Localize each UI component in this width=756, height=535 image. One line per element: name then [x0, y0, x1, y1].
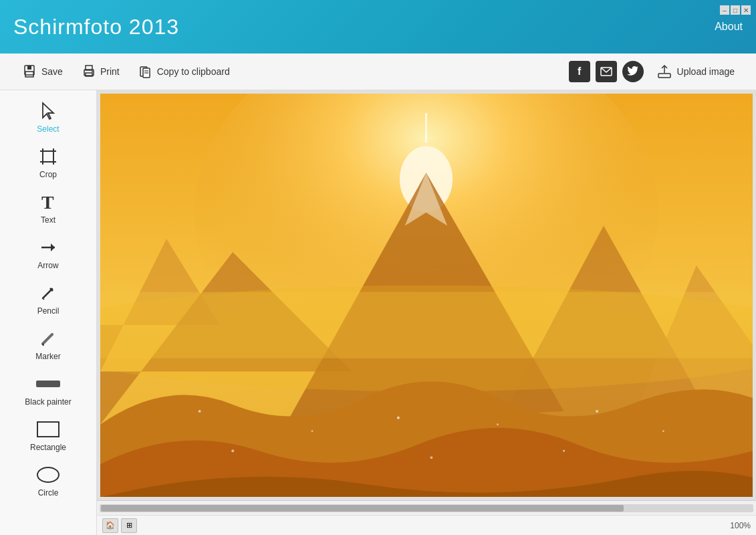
svg-point-46 [199, 410, 201, 413]
tool-circle-label: Circle [38, 488, 59, 498]
about-button[interactable]: About [715, 21, 743, 33]
tool-text[interactable]: T Text [0, 185, 96, 230]
scrollbar-thumb[interactable] [101, 505, 624, 512]
tool-arrow-label: Arrow [37, 261, 58, 270]
twitter-button[interactable] [622, 61, 644, 82]
svg-rect-31 [36, 381, 60, 387]
titlebar: – □ ✕ Schirmfoto 2013 About [0, 0, 756, 54]
svg-point-48 [397, 417, 400, 419]
circle-icon [35, 463, 61, 487]
canvas-image[interactable] [100, 94, 753, 497]
app-title: Schirmfoto 2013 [13, 15, 179, 39]
print-label: Print [100, 66, 120, 77]
svg-marker-25 [51, 243, 55, 251]
black-painter-icon [35, 372, 61, 396]
canvas-area[interactable]: 🏠 ⊞ 100% [97, 90, 756, 535]
zoom-out-button[interactable]: 🏠 [102, 518, 118, 533]
svg-point-45 [100, 286, 753, 392]
text-icon: T [35, 190, 61, 214]
svg-point-51 [662, 430, 664, 432]
svg-point-53 [430, 456, 432, 459]
upload-button[interactable]: Upload image [649, 60, 743, 83]
tool-circle[interactable]: Circle [0, 457, 96, 503]
bottom-bar: 🏠 ⊞ 100% [97, 515, 756, 535]
toolbar-right: f Upload image [569, 60, 743, 83]
tool-pencil[interactable]: Pencil [0, 276, 96, 321]
svg-point-47 [311, 430, 313, 432]
toolbar: Save Print Copy to clipboard f [0, 54, 756, 90]
tool-pencil-label: Pencil [37, 306, 59, 316]
svg-text:T: T [41, 192, 54, 213]
canvas-wrapper[interactable] [97, 90, 756, 500]
tool-black-painter[interactable]: Black painter [0, 366, 96, 412]
tool-arrow[interactable]: Arrow [0, 230, 96, 276]
zoom-out-icon: 🏠 [106, 521, 115, 530]
svg-rect-1 [27, 66, 31, 70]
svg-rect-2 [25, 72, 33, 77]
svg-rect-14 [43, 151, 53, 162]
print-button[interactable]: Print [72, 60, 129, 83]
save-icon [23, 64, 37, 79]
sidebar: Select Crop [0, 90, 97, 535]
svg-point-6 [92, 71, 93, 72]
upload-icon [657, 64, 672, 79]
close-button[interactable]: ✕ [741, 5, 751, 15]
svg-rect-5 [86, 73, 92, 76]
svg-line-26 [43, 289, 52, 298]
clipboard-icon [138, 64, 153, 79]
svg-point-49 [497, 423, 499, 425]
tool-crop[interactable]: Crop [0, 139, 96, 185]
tool-marker[interactable]: Marker [0, 321, 96, 366]
svg-rect-32 [37, 422, 59, 437]
tool-select[interactable]: Select [0, 94, 96, 139]
svg-rect-12 [658, 74, 670, 78]
rectangle-icon [35, 417, 61, 441]
svg-line-28 [43, 298, 44, 300]
svg-point-50 [596, 410, 598, 413]
marker-icon [35, 326, 61, 350]
maximize-button[interactable]: □ [731, 5, 740, 15]
email-button[interactable] [596, 61, 617, 82]
tool-black-painter-label: Black painter [25, 397, 71, 407]
select-icon [35, 99, 61, 123]
minimize-button[interactable]: – [720, 5, 729, 15]
scrollbar-area[interactable] [97, 500, 756, 515]
horizontal-scrollbar[interactable] [100, 504, 753, 512]
svg-line-30 [43, 344, 43, 346]
clipboard-label: Copy to clipboard [157, 66, 230, 77]
save-label: Save [41, 66, 63, 77]
zoom-in-button[interactable]: ⊞ [121, 518, 137, 533]
svg-marker-13 [43, 103, 53, 119]
zoom-in-icon: ⊞ [126, 521, 132, 530]
arrow-icon [35, 235, 61, 259]
zoom-level: 100% [730, 521, 751, 530]
upload-label: Upload image [677, 66, 735, 77]
tool-select-label: Select [37, 124, 59, 134]
tool-rectangle-label: Rectangle [30, 443, 66, 452]
print-icon [82, 64, 96, 79]
crop-icon [35, 144, 61, 169]
main-area: Select Crop [0, 90, 756, 535]
window-controls: – □ ✕ [720, 5, 751, 15]
svg-point-54 [563, 450, 565, 452]
svg-line-29 [43, 334, 52, 344]
tool-marker-label: Marker [35, 352, 60, 361]
svg-point-52 [231, 449, 234, 452]
svg-point-33 [37, 467, 59, 482]
pencil-icon [35, 281, 61, 305]
save-button[interactable]: Save [13, 60, 72, 83]
facebook-button[interactable]: f [569, 61, 590, 82]
clipboard-button[interactable]: Copy to clipboard [129, 60, 239, 83]
tool-text-label: Text [41, 215, 55, 225]
tool-rectangle[interactable]: Rectangle [0, 412, 96, 457]
tool-crop-label: Crop [39, 170, 57, 179]
